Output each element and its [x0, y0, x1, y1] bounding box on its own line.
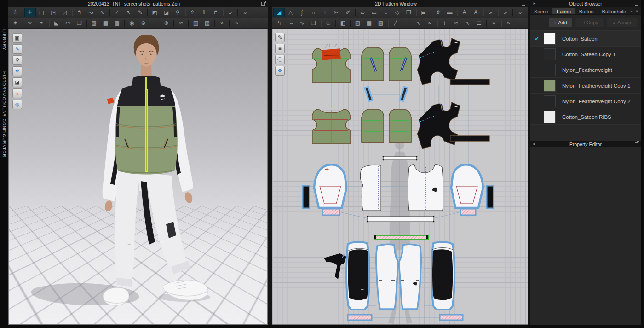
topstitch-wave-icon[interactable]: ∿ — [413, 18, 424, 28]
tab-scroll-left-icon[interactable]: ◄ — [628, 9, 634, 12]
tab-buttonhole[interactable]: Buttonhole — [598, 8, 631, 15]
cloth-texture-icon[interactable]: ▣ — [418, 8, 429, 17]
overflow-icon[interactable]: » — [224, 8, 236, 17]
rail-tab[interactable]: LIBRARY — [2, 29, 6, 50]
transform-pattern-icon[interactable]: ◳ — [47, 8, 59, 17]
show-garment-icon[interactable]: ▣ — [12, 33, 22, 43]
rectangle-icon[interactable]: ▭ — [368, 8, 380, 17]
show-silhouette-icon[interactable]: ▣ — [275, 44, 285, 53]
fabric-item[interactable]: Nylon_Featherweight Copy 1 — [530, 78, 641, 94]
sew-segment-icon[interactable]: ↰ — [74, 8, 85, 17]
overflow-icon[interactable]: » — [216, 18, 228, 28]
add-button[interactable]: +Add — [549, 18, 572, 27]
overflow-icon[interactable]: » — [231, 18, 242, 28]
topstitch-line-icon[interactable]: ╱ — [390, 18, 401, 28]
panel-divider[interactable] — [268, 0, 272, 325]
buttonhole-icon[interactable]: ⊜ — [138, 18, 149, 28]
texture-pattern-icon[interactable]: ▦ — [363, 18, 375, 28]
pattern-canvas[interactable]: ✎▣ⓘ❖ — [272, 29, 528, 325]
fabric-item[interactable]: Cotton_Sateen Copy 1 — [530, 47, 641, 62]
trace-icon[interactable]: ❐ — [403, 8, 414, 17]
show-avatar-icon[interactable]: ⚲ — [12, 55, 22, 65]
texture-edit-icon[interactable]: ▨ — [352, 18, 363, 28]
dock-pin-icon[interactable]: ► — [533, 1, 536, 6]
show-pattern-icon[interactable]: ❖ — [12, 66, 22, 76]
overflow-icon[interactable]: » — [500, 8, 511, 17]
fabric-roll-icon[interactable]: ▧ — [201, 18, 213, 28]
show-fabric-icon[interactable]: ❖ — [275, 66, 285, 76]
fabric-item[interactable]: Nylon_Featherweight Copy 2 — [530, 94, 641, 109]
show-environment-icon[interactable]: ◍ — [12, 100, 22, 109]
overflow-icon[interactable]: » — [488, 18, 500, 28]
texture-edit-icon[interactable]: ▨ — [88, 18, 100, 28]
overflow-icon[interactable]: » — [239, 8, 251, 17]
text-tool-icon[interactable]: A — [459, 8, 470, 17]
select-move-icon[interactable]: ✛ — [24, 8, 36, 17]
dart-icon[interactable]: ◣ — [51, 18, 62, 28]
pin-needle-icon[interactable]: ✑ — [24, 18, 36, 28]
fabric-item[interactable]: ✔ Cotton_Sateen — [530, 31, 641, 47]
garment-save-icon[interactable]: ⇩ — [198, 8, 210, 17]
seam-allowance-icon[interactable]: ❏ — [74, 18, 85, 28]
pin-remove-icon[interactable]: ✒ — [36, 18, 47, 28]
garment-add-icon[interactable]: ↱ — [210, 8, 221, 17]
popout-window-icon[interactable] — [635, 2, 638, 6]
print-layout-icon[interactable]: ▩ — [375, 18, 386, 28]
rail-tab[interactable]: MODULAR CONFIGURATOR — [2, 93, 6, 158]
topstitch-dash-icon[interactable]: ┄ — [401, 18, 413, 28]
avatar-fit-icon[interactable]: ⚲ — [172, 8, 184, 17]
sew-free-icon[interactable]: ↝ — [85, 8, 97, 17]
fold-arrangement-icon[interactable]: ◩ — [149, 8, 161, 17]
show-info-icon[interactable]: ⓘ — [275, 55, 285, 64]
button-icon[interactable]: ◉ — [126, 18, 138, 28]
tab-scroll-right-icon[interactable]: ► — [634, 9, 640, 12]
overflow-icon[interactable]: » — [514, 8, 526, 17]
popout-window-icon[interactable] — [261, 2, 265, 6]
shirring-icon[interactable]: ≀ — [439, 18, 450, 28]
pattern-flip-icon[interactable]: ◿ — [59, 8, 70, 17]
show-sewing-icon[interactable]: ✎ — [12, 44, 22, 54]
zipper-icon[interactable]: ≋ — [175, 18, 187, 28]
add-point-icon[interactable]: + — [319, 8, 331, 17]
dart-icon[interactable]: ◇ — [391, 8, 403, 17]
avatar-3d[interactable] — [9, 29, 267, 324]
fold-pleat-icon[interactable]: ☰ — [473, 18, 485, 28]
seam-line-icon[interactable]: ─ — [149, 18, 161, 28]
grading-icon[interactable]: ⇕ — [432, 8, 444, 17]
sewing-edit-icon[interactable]: ✎ — [134, 8, 146, 17]
overflow-icon[interactable]: » — [485, 8, 496, 17]
circle-icon[interactable]: ○ — [380, 8, 391, 17]
pattern-pieces[interactable] — [272, 29, 528, 324]
select-rectangle-icon[interactable]: ▢ — [36, 8, 47, 17]
flatten-icon[interactable]: ◧ — [337, 18, 349, 28]
sew-paste-icon[interactable]: ❑ — [308, 18, 319, 28]
font-tool-icon[interactable]: A — [470, 8, 482, 17]
steam-iron-icon[interactable]: ♨ — [322, 18, 334, 28]
measure-icon[interactable]: ▬ — [444, 8, 455, 17]
transform-pattern-icon[interactable]: ◢ — [273, 8, 285, 17]
edit-pattern-icon[interactable]: △ — [285, 8, 296, 17]
popout-window-icon[interactable] — [522, 2, 525, 6]
copy-button[interactable]: ❐Copy — [575, 18, 604, 27]
rail-tab[interactable]: HISTORY — [2, 71, 6, 93]
dart-cut-icon[interactable]: ✂ — [62, 18, 74, 28]
pin-icon[interactable]: ∕ — [111, 8, 123, 17]
elastic-icon[interactable]: ≋ — [450, 18, 462, 28]
refold-icon[interactable]: ◪ — [161, 8, 172, 17]
texture-transform-icon[interactable]: ▦ — [100, 18, 111, 28]
garment-load-icon[interactable]: ⇧ — [187, 8, 198, 17]
topstitch-free-icon[interactable]: ≈ — [424, 18, 436, 28]
avatar-pose-icon[interactable]: ✶ — [10, 18, 21, 28]
sew-mn-icon[interactable]: ∿ — [296, 18, 308, 28]
cut-sew-icon[interactable]: ✂ — [331, 8, 342, 17]
avatar-display-icon[interactable]: ● — [12, 88, 22, 98]
simulate-icon[interactable]: ⇩ — [10, 8, 21, 17]
attach-button-icon[interactable]: ⊕ — [161, 18, 172, 28]
sew-segment-icon[interactable]: ↰ — [273, 18, 285, 28]
dock-pin-icon[interactable]: ► — [533, 142, 536, 146]
fabric-measure-icon[interactable]: ▥ — [190, 18, 201, 28]
show-topstitch-icon[interactable]: ✎ — [275, 33, 285, 42]
tab-button[interactable]: Button — [575, 8, 598, 15]
viewport-3d[interactable]: ▣✎⚲❖◪●◍ — [8, 29, 268, 325]
edit-curve-point-icon[interactable]: ∩ — [308, 8, 319, 17]
